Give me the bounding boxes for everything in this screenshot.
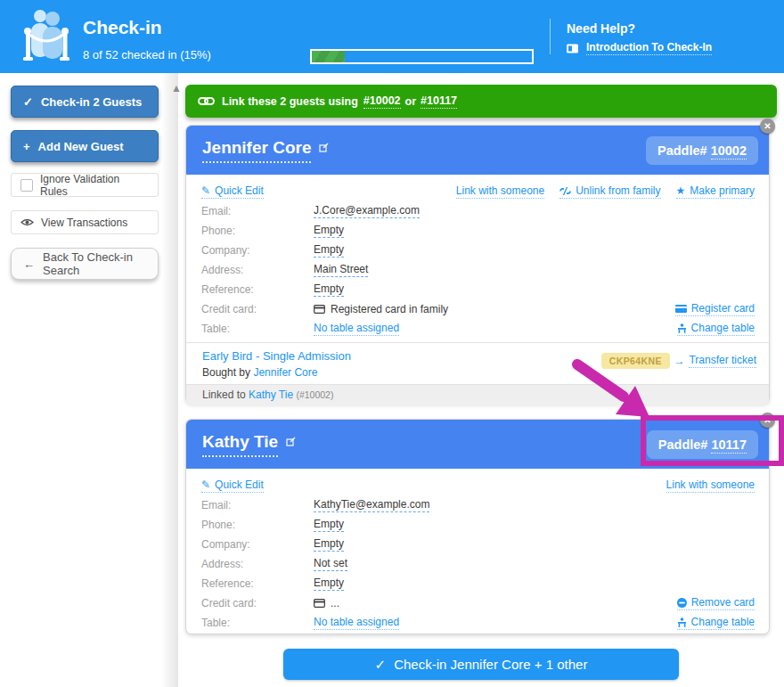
banner-paddle-10002-link[interactable]: #10002 bbox=[363, 94, 401, 109]
unlink-from-family-link[interactable]: Unlink from family bbox=[559, 184, 660, 199]
register-card-link[interactable]: Register card bbox=[675, 302, 755, 316]
quick-edit-label: Quick Edit bbox=[215, 184, 264, 197]
minus-circle-icon bbox=[677, 598, 687, 608]
checkin-submit-button[interactable]: ✓ Check-in Jennifer Core + 1 other bbox=[283, 649, 679, 680]
credit-card-value: Registered card in family bbox=[314, 303, 448, 315]
close-icon[interactable]: ✕ bbox=[760, 119, 775, 134]
app-header: Check-in 8 of 52 checked in (15%) Need H… bbox=[0, 0, 784, 73]
back-to-search-label: Back To Check-in Search bbox=[43, 250, 158, 277]
back-arrow-icon: ← bbox=[23, 258, 35, 271]
checkin-guests-button[interactable]: ✓ Check-in 2 Guests bbox=[11, 86, 159, 118]
company-label: Company: bbox=[201, 538, 314, 551]
pencil-icon: ✎ bbox=[201, 478, 210, 491]
reference-value[interactable]: Empty bbox=[314, 577, 344, 591]
check-icon: ✓ bbox=[375, 657, 387, 673]
quick-edit-link[interactable]: ✎ Quick Edit bbox=[201, 184, 264, 199]
need-help-title: Need Help? bbox=[567, 21, 635, 36]
add-new-guest-button[interactable]: + Add New Guest bbox=[11, 130, 159, 162]
quick-edit-link[interactable]: ✎ Quick Edit bbox=[201, 478, 264, 493]
table-value-link[interactable]: No table assigned bbox=[314, 616, 399, 630]
guest-name[interactable]: Jennifer Core bbox=[202, 138, 311, 163]
close-icon[interactable]: ✕ bbox=[760, 413, 775, 428]
company-value[interactable]: Empty bbox=[314, 537, 344, 552]
change-table-link[interactable]: Change table bbox=[677, 616, 755, 630]
guest-card-jennifer-core: Jennifer Core Paddle# 10002 ✕ ✎ Quick Ed… bbox=[185, 125, 770, 404]
linked-to-name-link[interactable]: Kathy Tie bbox=[249, 388, 293, 401]
unlink-icon bbox=[559, 186, 571, 196]
email-label: Email: bbox=[201, 205, 314, 217]
link-with-someone-link[interactable]: Link with someone bbox=[666, 478, 755, 493]
credit-card-label: Credit card: bbox=[201, 597, 314, 609]
view-transactions-label: View Transactions bbox=[41, 217, 127, 229]
address-value[interactable]: Not set bbox=[314, 557, 347, 571]
table-icon bbox=[677, 323, 687, 333]
ticket-code-badge: CKP64KNE bbox=[601, 353, 670, 369]
table-value-link[interactable]: No table assigned bbox=[314, 322, 399, 336]
ignore-validation-label: Ignore Validation Rules bbox=[40, 173, 149, 198]
phone-value[interactable]: Empty bbox=[314, 518, 344, 532]
back-to-search-button[interactable]: ← Back To Check-in Search bbox=[11, 248, 159, 280]
checkin-progress-text: 8 of 52 checked in (15%) bbox=[83, 48, 211, 61]
email-value[interactable]: KathyTie@example.com bbox=[314, 498, 429, 512]
header-divider bbox=[550, 19, 551, 54]
address-label: Address: bbox=[201, 264, 314, 276]
paddle-number[interactable]: 10117 bbox=[711, 438, 747, 454]
credit-card-icon bbox=[314, 305, 325, 314]
buyer-link[interactable]: Jennifer Core bbox=[253, 366, 317, 379]
linked-to-label: Linked to bbox=[202, 388, 246, 401]
reference-label: Reference: bbox=[201, 283, 314, 296]
guest-name[interactable]: Kathy Tie bbox=[202, 432, 278, 457]
reference-label: Reference: bbox=[201, 577, 314, 590]
remove-card-label: Remove card bbox=[691, 596, 755, 609]
page-title: Check-in bbox=[83, 17, 162, 38]
checkin-progress-bar bbox=[310, 49, 534, 64]
phone-value[interactable]: Empty bbox=[314, 224, 344, 238]
email-value[interactable]: J.Core@example.com bbox=[314, 204, 420, 218]
link-with-someone-link[interactable]: Link with someone bbox=[456, 184, 544, 199]
view-transactions-button[interactable]: View Transactions bbox=[11, 210, 159, 234]
remove-card-link[interactable]: Remove card bbox=[677, 596, 755, 610]
forward-arrow-icon: → bbox=[674, 355, 684, 367]
intro-checkin-link[interactable]: Introduction To Check-In bbox=[586, 41, 712, 55]
checkin-people-icon bbox=[23, 7, 69, 64]
paddle-number[interactable]: 10002 bbox=[711, 143, 747, 159]
register-card-label: Register card bbox=[691, 302, 755, 315]
company-value[interactable]: Empty bbox=[314, 243, 344, 258]
change-table-label: Change table bbox=[691, 616, 755, 628]
ignore-validation-toggle[interactable]: Ignore Validation Rules bbox=[11, 173, 159, 197]
make-primary-link[interactable]: ★ Make primary bbox=[676, 184, 755, 199]
ticket-name-link[interactable]: Early Bird - Single Admission bbox=[202, 349, 351, 363]
edit-icon[interactable] bbox=[319, 143, 329, 152]
ignore-validation-checkbox[interactable] bbox=[20, 179, 33, 192]
banner-or: or bbox=[405, 95, 417, 108]
checkin-progress-fill bbox=[312, 51, 345, 62]
pencil-icon: ✎ bbox=[201, 184, 210, 197]
reference-value[interactable]: Empty bbox=[314, 282, 344, 297]
company-label: Company: bbox=[201, 244, 314, 257]
scroll-top-arrow[interactable]: ▲ bbox=[171, 82, 182, 94]
table-label: Table: bbox=[201, 617, 314, 629]
transfer-ticket-link[interactable]: → Transfer ticket bbox=[674, 354, 756, 368]
linked-to-id: (#10002) bbox=[296, 389, 333, 400]
eye-icon bbox=[20, 217, 34, 227]
address-value[interactable]: Main Street bbox=[314, 263, 368, 277]
checkin-page: Check-in 8 of 52 checked in (15%) Need H… bbox=[0, 0, 784, 687]
address-label: Address: bbox=[201, 558, 314, 570]
guest-card-header: Jennifer Core Paddle# 10002 ✕ bbox=[186, 126, 769, 175]
add-new-guest-label: Add New Guest bbox=[38, 140, 124, 153]
change-table-link[interactable]: Change table bbox=[677, 322, 755, 336]
email-label: Email: bbox=[201, 499, 314, 511]
plus-icon: + bbox=[23, 140, 30, 153]
edit-icon[interactable] bbox=[286, 437, 296, 446]
check-icon: ✓ bbox=[23, 95, 33, 109]
guest-card-kathy-tie: Kathy Tie Paddle# 10117 ✕ ✎ Quick Edit L… bbox=[185, 419, 770, 634]
credit-card-text: ... bbox=[331, 597, 339, 609]
paddle-prefix: Paddle# bbox=[657, 143, 707, 158]
ticket-section: Early Bird - Single Admission Bought by … bbox=[186, 342, 769, 384]
banner-paddle-10117-link[interactable]: #10117 bbox=[421, 94, 457, 109]
paddle-number-button[interactable]: Paddle# 10117 bbox=[647, 430, 758, 459]
paddle-number-button[interactable]: Paddle# 10002 bbox=[646, 136, 758, 165]
star-icon: ★ bbox=[676, 184, 686, 197]
link-guests-banner: Link these 2 guests using #10002 or #101… bbox=[185, 85, 777, 118]
quick-edit-label: Quick Edit bbox=[215, 478, 264, 491]
